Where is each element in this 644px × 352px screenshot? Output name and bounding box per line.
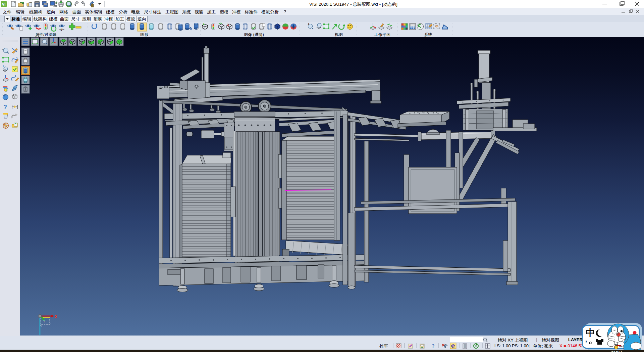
svg-text:±: ± [227, 23, 229, 26]
svg-text:?: ? [3, 104, 7, 111]
svg-text:X: X [55, 314, 57, 319]
svg-text:Y: Y [43, 319, 46, 323]
svg-text:,: , [585, 336, 587, 343]
svg-text:+: + [2, 64, 4, 68]
svg-text:+/−: +/− [59, 28, 64, 32]
svg-text:中: 中 [586, 327, 595, 338]
svg-text:+: + [203, 23, 205, 26]
svg-text:Vi: Vi [2, 2, 5, 7]
svg-text:+: + [308, 22, 310, 26]
svg-text:?: ? [432, 343, 435, 349]
